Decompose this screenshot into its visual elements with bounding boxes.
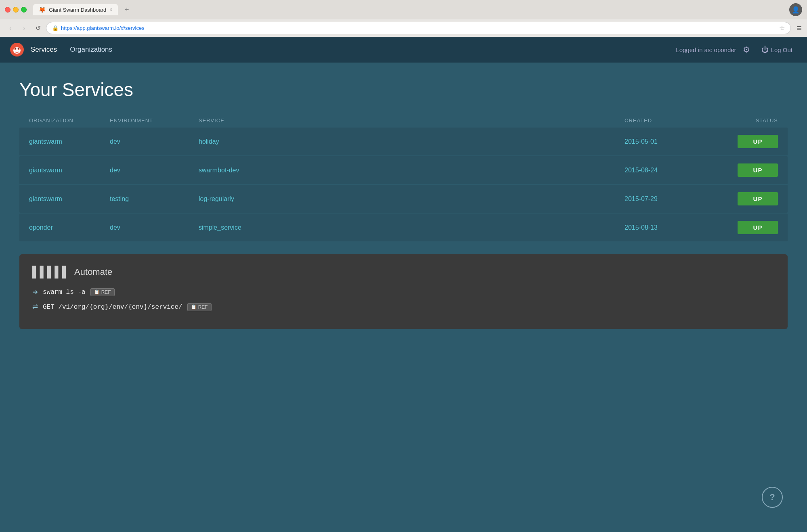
org-link-0[interactable]: giantswarm	[29, 138, 110, 145]
automate-header: ▌▌▌▌▌ Automate	[32, 266, 775, 278]
env-link-1[interactable]: dev	[110, 167, 199, 174]
api-ref-badge[interactable]: 📋 REF	[187, 303, 212, 311]
tab-title: Giant Swarm Dashboard	[49, 7, 106, 13]
service-link-2[interactable]: log-regularly	[199, 195, 625, 203]
services-table: ORGANIZATION ENVIRONMENT SERVICE CREATED…	[19, 113, 788, 241]
app-container: Services Organizations Logged in as: opo…	[0, 37, 807, 532]
cli-ref-label: REF	[101, 289, 111, 295]
service-link-0[interactable]: holiday	[199, 138, 625, 145]
ref-icon: 📋	[94, 289, 100, 295]
env-link-0[interactable]: dev	[110, 138, 199, 145]
svg-point-5	[18, 48, 19, 49]
navbar-links: Services Organizations	[31, 44, 676, 55]
address-bar[interactable]: 🔒 https://app.giantswarm.io/#/services ☆	[46, 22, 791, 34]
logout-button[interactable]: ⏻ Log Out	[757, 43, 797, 57]
tab-close-button[interactable]: ×	[109, 7, 112, 13]
created-date-0: 2015-05-01	[625, 138, 705, 145]
table-row: giantswarm testing log-regularly 2015-07…	[19, 185, 788, 213]
automate-api-row: ⇌ GET /v1/org/{org}/env/{env}/service/ 📋…	[32, 303, 775, 311]
org-link-3[interactable]: oponder	[29, 224, 110, 231]
org-link-2[interactable]: giantswarm	[29, 195, 110, 203]
org-link-1[interactable]: giantswarm	[29, 167, 110, 174]
ref-api-icon: 📋	[191, 304, 197, 310]
nav-organizations-link[interactable]: Organizations	[70, 44, 112, 55]
table-row: oponder dev simple_service 2015-08-13 UP	[19, 214, 788, 241]
browser-user-icon: 👤	[789, 3, 802, 16]
url-text: https://app.giantswarm.io/#/services	[61, 25, 777, 31]
status-badge-1: UP	[738, 163, 778, 177]
navbar: Services Organizations Logged in as: opo…	[0, 37, 807, 63]
status-cell-3: UP	[705, 221, 778, 234]
close-dot[interactable]	[5, 7, 10, 13]
col-service-header: SERVICE	[199, 117, 625, 124]
api-ref-label: REF	[198, 304, 208, 310]
status-cell-1: UP	[705, 163, 778, 177]
navbar-logo	[10, 42, 24, 57]
automate-cli-row: ➜ swarm ls -a 📋 REF	[32, 288, 775, 296]
nav-services-link[interactable]: Services	[31, 44, 57, 55]
table-row: giantswarm dev holiday 2015-05-01 UP	[19, 128, 788, 155]
cli-ref-badge[interactable]: 📋 REF	[90, 288, 115, 296]
svg-point-4	[15, 48, 16, 49]
status-cell-2: UP	[705, 192, 778, 205]
col-org-header: ORGANIZATION	[29, 117, 110, 124]
cli-prompt-icon: ➜	[32, 288, 38, 296]
tab-favicon: 🦊	[39, 6, 46, 13]
created-date-2: 2015-07-29	[625, 195, 705, 203]
api-arrows-icon: ⇌	[32, 303, 38, 311]
status-cell-0: UP	[705, 135, 778, 148]
help-button[interactable]: ?	[762, 487, 783, 508]
main-content: Your Services ORGANIZATION ENVIRONMENT S…	[0, 63, 807, 345]
env-link-2[interactable]: testing	[110, 195, 199, 203]
browser-menu-button[interactable]: ≡	[797, 23, 802, 34]
status-badge-2: UP	[738, 192, 778, 205]
logo-icon	[10, 42, 24, 57]
created-date-1: 2015-08-24	[625, 167, 705, 174]
settings-gear-icon[interactable]: ⚙	[743, 45, 750, 54]
minimize-dot[interactable]	[13, 7, 19, 13]
page-title: Your Services	[19, 79, 788, 101]
bookmark-icon[interactable]: ☆	[779, 24, 785, 32]
col-created-header: CREATED	[625, 117, 705, 124]
table-row: giantswarm dev swarmbot-dev 2015-08-24 U…	[19, 156, 788, 184]
logged-in-user: Logged in as: oponder	[676, 46, 736, 53]
env-link-3[interactable]: dev	[110, 224, 199, 231]
automate-section: ▌▌▌▌▌ Automate ➜ swarm ls -a 📋 REF ⇌ GET…	[19, 254, 788, 329]
service-link-3[interactable]: simple_service	[199, 224, 625, 231]
logout-icon: ⏻	[761, 46, 769, 54]
refresh-button[interactable]: ↺	[32, 23, 44, 34]
api-command-text: GET /v1/org/{org}/env/{env}/service/	[43, 304, 182, 311]
navbar-right: Logged in as: oponder ⚙ ⏻ Log Out	[676, 43, 797, 57]
created-date-3: 2015-08-13	[625, 224, 705, 231]
status-badge-3: UP	[738, 221, 778, 234]
table-header: ORGANIZATION ENVIRONMENT SERVICE CREATED…	[19, 113, 788, 128]
browser-tab[interactable]: 🦊 Giant Swarm Dashboard ×	[33, 4, 118, 15]
col-env-header: ENVIRONMENT	[110, 117, 199, 124]
lock-icon: 🔒	[52, 25, 59, 31]
browser-chrome: 🦊 Giant Swarm Dashboard × + 👤 ‹ › ↺ 🔒 ht…	[0, 0, 807, 37]
maximize-dot[interactable]	[21, 7, 27, 13]
automate-title: Automate	[74, 267, 112, 277]
status-badge-0: UP	[738, 135, 778, 148]
cli-command-text: swarm ls -a	[43, 289, 86, 296]
new-tab-button[interactable]: +	[121, 4, 132, 15]
automate-barcode-icon: ▌▌▌▌▌	[32, 266, 69, 278]
browser-nav-bar: ‹ › ↺ 🔒 https://app.giantswarm.io/#/serv…	[0, 19, 807, 37]
col-status-header: STATUS	[705, 117, 778, 124]
back-button[interactable]: ‹	[5, 23, 16, 34]
logout-label: Log Out	[771, 46, 792, 53]
browser-title-bar: 🦊 Giant Swarm Dashboard × + 👤	[0, 0, 807, 19]
service-link-1[interactable]: swarmbot-dev	[199, 167, 625, 174]
forward-button[interactable]: ›	[19, 23, 30, 34]
browser-dots	[5, 7, 27, 13]
